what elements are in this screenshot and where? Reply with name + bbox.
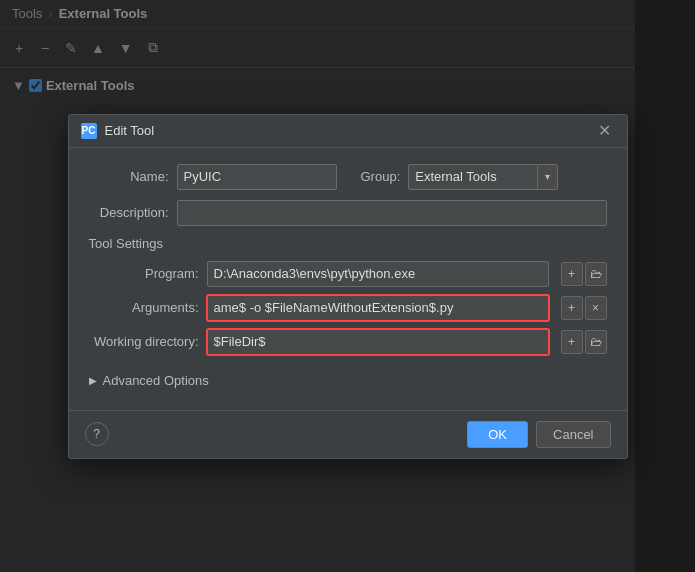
dialog-title: PC Edit Tool — [81, 123, 155, 139]
working-dir-row: Working directory: + 🗁 — [89, 329, 607, 355]
advanced-label: Advanced Options — [103, 373, 209, 388]
tool-settings-section-title: Tool Settings — [89, 236, 607, 251]
working-dir-folder-button[interactable]: 🗁 — [585, 330, 607, 354]
group-select-container: External Tools ▾ — [408, 164, 558, 190]
description-label: Description: — [89, 205, 169, 220]
ok-button[interactable]: OK — [467, 421, 528, 448]
arguments-label: Arguments: — [89, 300, 199, 315]
advanced-arrow-icon: ▶ — [89, 375, 97, 386]
arguments-input-container — [207, 295, 549, 321]
description-input[interactable] — [177, 200, 607, 226]
dialog-icon: PC — [81, 123, 97, 139]
working-dir-input-container — [207, 329, 549, 355]
name-group-row: Name: Group: External Tools ▾ — [89, 164, 607, 190]
name-input[interactable] — [177, 164, 337, 190]
program-row: Program: + 🗁 — [89, 261, 607, 287]
name-label: Name: — [89, 169, 169, 184]
group-label: Group: — [361, 169, 401, 184]
advanced-options-section: ▶ Advanced Options — [89, 367, 607, 394]
dialog-close-button[interactable]: ✕ — [594, 123, 615, 139]
help-button[interactable]: ? — [85, 422, 109, 446]
program-input[interactable] — [207, 261, 549, 287]
arguments-remove-button[interactable]: × — [585, 296, 607, 320]
working-dir-label: Working directory: — [89, 334, 199, 349]
dialog-overlay: PC Edit Tool ✕ Name: Group: External Too… — [0, 0, 695, 572]
description-row: Description: — [89, 200, 607, 226]
advanced-toggle-button[interactable]: ▶ Advanced Options — [89, 373, 607, 388]
program-input-container — [207, 261, 549, 287]
working-dir-actions: + 🗁 — [561, 330, 607, 354]
program-actions: + 🗁 — [561, 262, 607, 286]
group-select[interactable]: External Tools — [408, 164, 538, 190]
arguments-row: Arguments: + × — [89, 295, 607, 321]
arguments-actions: + × — [561, 296, 607, 320]
program-folder-button[interactable]: 🗁 — [585, 262, 607, 286]
arguments-input[interactable] — [207, 295, 549, 321]
group-dropdown-button[interactable]: ▾ — [538, 164, 558, 190]
footer-buttons: OK Cancel — [467, 421, 610, 448]
cancel-button[interactable]: Cancel — [536, 421, 610, 448]
dropdown-arrow-icon: ▾ — [545, 171, 550, 182]
dialog-title-bar: PC Edit Tool ✕ — [69, 115, 627, 148]
dialog-body: Name: Group: External Tools ▾ Descriptio… — [69, 148, 627, 410]
dialog-footer: ? OK Cancel — [69, 410, 627, 458]
program-label: Program: — [89, 266, 199, 281]
edit-tool-dialog: PC Edit Tool ✕ Name: Group: External Too… — [68, 114, 628, 459]
program-add-button[interactable]: + — [561, 262, 583, 286]
dialog-title-text: Edit Tool — [105, 123, 155, 138]
arguments-add-button[interactable]: + — [561, 296, 583, 320]
working-dir-add-button[interactable]: + — [561, 330, 583, 354]
working-dir-input[interactable] — [207, 329, 549, 355]
